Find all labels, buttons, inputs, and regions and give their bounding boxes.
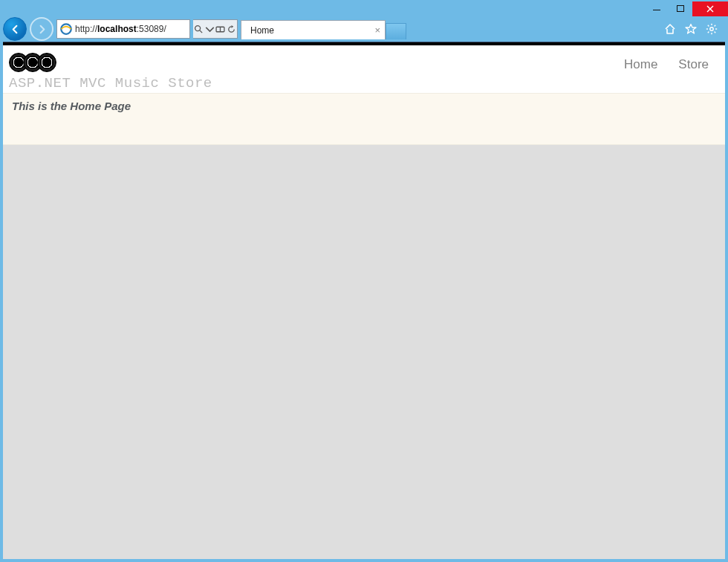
page-heading: This is the Home Page	[12, 100, 716, 112]
window-titlebar	[0, 0, 728, 16]
browser-toolbar: http://localhost:53089/ Home	[0, 16, 728, 42]
svg-line-15	[708, 32, 709, 33]
star-icon[interactable]	[685, 23, 697, 35]
svg-point-8	[710, 28, 713, 30]
url-port: :53089/	[137, 24, 166, 34]
svg-line-13	[708, 25, 709, 27]
arrow-right-icon	[36, 24, 48, 35]
nav-link-store[interactable]: Store	[678, 57, 709, 72]
window-maximize-button[interactable]	[669, 1, 692, 15]
tab-title: Home	[250, 25, 370, 36]
nav-forward-button[interactable]	[30, 17, 53, 41]
svg-line-16	[715, 25, 716, 27]
tab-home[interactable]: Home ×	[241, 20, 386, 39]
site-header: ASP.NET MVC Music Store Home Store	[3, 45, 725, 93]
content-band: This is the Home Page	[3, 93, 725, 145]
arrow-left-icon	[10, 24, 21, 35]
window-minimize-button[interactable]	[645, 1, 669, 15]
browser-window: http://localhost:53089/ Home	[0, 0, 728, 562]
address-bar[interactable]: http://localhost:53089/	[56, 19, 190, 39]
site-title: ASP.NET MVC Music Store	[9, 74, 212, 91]
svg-line-14	[715, 32, 716, 33]
nav-link-home[interactable]: Home	[624, 57, 657, 72]
minimize-icon	[653, 10, 660, 11]
address-url: http://localhost:53089/	[75, 24, 166, 34]
window-close-button[interactable]	[692, 1, 728, 16]
maximize-icon	[677, 5, 684, 12]
svg-line-4	[200, 30, 202, 32]
svg-point-3	[195, 25, 200, 30]
close-icon	[706, 5, 714, 13]
tab-close-button[interactable]: ×	[374, 25, 380, 36]
svg-point-2	[61, 24, 71, 34]
tab-strip: Home ×	[241, 19, 412, 39]
home-icon[interactable]	[664, 23, 676, 35]
compat-view-icon[interactable]	[215, 25, 225, 34]
ie-favicon-icon	[59, 22, 73, 36]
site-nav: Home Store	[624, 50, 719, 72]
vinyl-logo-icon	[9, 50, 212, 74]
page-viewport: ASP.NET MVC Music Store Home Store This …	[3, 42, 725, 559]
url-host: localhost	[97, 24, 137, 34]
new-tab-button[interactable]	[386, 23, 406, 39]
chevron-down-icon[interactable]	[205, 25, 215, 34]
search-icon[interactable]	[194, 25, 204, 34]
site-logo-block: ASP.NET MVC Music Store	[9, 50, 212, 91]
nav-back-button[interactable]	[3, 17, 27, 41]
refresh-icon[interactable]	[227, 25, 236, 34]
address-controls	[193, 19, 238, 39]
browser-tool-icons	[664, 23, 725, 35]
url-scheme: http://	[75, 24, 97, 34]
gear-icon[interactable]	[706, 23, 718, 35]
disc-icon	[37, 53, 56, 72]
